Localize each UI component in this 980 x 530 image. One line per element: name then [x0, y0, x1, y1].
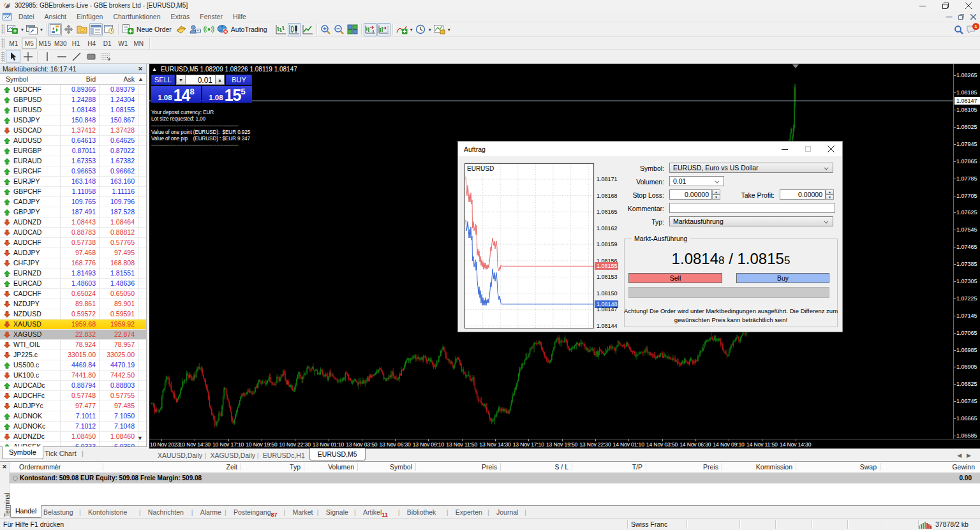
data-window-icon[interactable] [62, 23, 75, 36]
timeframe-H1[interactable]: H1 [68, 38, 84, 49]
take-profit-input[interactable]: 0.00000 [780, 189, 826, 200]
periods-icon[interactable] [414, 23, 427, 36]
one-click-volume-input[interactable]: 0.01 [186, 75, 215, 85]
sell-button[interactable]: Sell [628, 273, 722, 283]
comment-input[interactable] [669, 203, 835, 213]
dropdown-caret-icon[interactable]: ▼ [39, 23, 44, 36]
timeframe-M30[interactable]: M30 [53, 38, 69, 49]
market-watch-row[interactable]: CADJPY109.765109.796 [0, 197, 146, 207]
market-watch-close-icon[interactable]: ✕ [137, 65, 144, 73]
market-watch-row[interactable]: EURNZD1.814931.81551 [0, 269, 146, 279]
strategy-tester-icon[interactable] [103, 23, 116, 36]
dialog-minimize-icon[interactable] [773, 142, 796, 156]
navigator-icon[interactable] [75, 23, 89, 36]
timeframe-W1[interactable]: W1 [115, 38, 131, 49]
new-order-icon[interactable] [121, 23, 135, 36]
terminal-column[interactable]: Volumen [328, 463, 354, 471]
line-chart-mode-icon[interactable] [301, 23, 315, 36]
tab-scroll-arrows-icon[interactable]: ◀▶ [957, 452, 976, 459]
market-watch-row[interactable]: GBPJPY187.491187.528 [0, 207, 146, 217]
timeframe-M15[interactable]: M15 [37, 38, 53, 49]
stop-loss-input[interactable]: 0.00000 [669, 189, 712, 200]
restore-icon[interactable] [934, 0, 957, 11]
tab-tick-chart[interactable]: Tick Chart [45, 450, 77, 457]
terminal-tab[interactable]: Kontohistorie [88, 508, 127, 516]
mdi-restore-icon[interactable] [957, 13, 965, 21]
templates-icon[interactable] [433, 23, 447, 36]
buy-button[interactable]: Buy [736, 273, 829, 283]
one-click-sell-button[interactable]: SELL [151, 75, 175, 85]
timeframe-H4[interactable]: H4 [84, 38, 100, 49]
auto-scroll-icon[interactable] [364, 23, 377, 36]
chart-tab[interactable]: XAUUSD,Daily [158, 452, 202, 459]
menu-ansicht[interactable]: Ansicht [40, 11, 71, 22]
scroll-down-icon[interactable]: ▼ [137, 435, 143, 441]
market-watch-row[interactable]: AUDNZD1.084431.08464 [0, 217, 146, 228]
take-profit-spinner[interactable]: ▲▼ [826, 189, 834, 200]
market-watch-row[interactable]: AUDNOKc7.10127.1048 [0, 422, 146, 432]
market-watch-row[interactable]: US500.c4469.844470.19 [0, 360, 146, 371]
market-watch-row[interactable]: EURJPY163.148163.160 [0, 177, 146, 187]
dropdown-caret-icon[interactable]: ▼ [20, 23, 25, 36]
market-watch-row[interactable]: AUDCHFc0.577480.57755 [0, 391, 146, 401]
market-watch-row[interactable]: XAGUSD22.83222.874 [0, 330, 146, 340]
dialog-close-icon[interactable] [819, 142, 842, 156]
terminal-tab[interactable]: Market [292, 508, 313, 516]
market-watch-row[interactable]: USDCAD1.374121.37428 [0, 126, 146, 136]
market-watch-row[interactable]: GBPUSD1.242881.24304 [0, 95, 146, 105]
menu-extras[interactable]: Extras [166, 11, 195, 22]
market-watch-row[interactable]: WTI_OIL78.92478.957 [0, 340, 146, 350]
tab-symbole[interactable]: Symbole [2, 446, 43, 459]
terminal-tab[interactable]: Artikel11 [363, 508, 388, 518]
autotrading-label[interactable]: AutoTrading [230, 26, 270, 33]
volume-increase-icon[interactable]: ▲ [215, 75, 225, 85]
one-click-sell-price[interactable]: 1.08 14 8 [151, 86, 201, 103]
autotrading-icon[interactable] [216, 23, 230, 36]
market-watch-row[interactable]: XAUUSD1959.681959.92 [0, 320, 146, 330]
one-click-buy-price[interactable]: 1.08 15 5 [202, 86, 252, 103]
spin-up-icon[interactable]: ▲ [712, 189, 720, 195]
fibonacci-tool-icon[interactable] [98, 50, 113, 63]
timeframe-MN[interactable]: MN [131, 38, 147, 49]
terminal-tab[interactable]: Experten [456, 508, 482, 516]
market-watch-row[interactable]: AUDSEK6.93336.9350 [0, 442, 146, 446]
chart-tab[interactable]: EURUSDc,H1 [263, 452, 305, 459]
spin-up-icon[interactable]: ▲ [826, 189, 834, 195]
terminal-tab[interactable]: Nachrichten [148, 508, 184, 516]
spin-down-icon[interactable]: ▼ [712, 195, 720, 200]
indicators-icon[interactable] [395, 23, 409, 36]
dropdown-caret-icon[interactable]: ▼ [427, 23, 433, 36]
market-watch-row[interactable]: NZDUSD0.595720.59591 [0, 309, 146, 320]
symbol-select[interactable]: EURUSD, Euro vs US Dollar▾ [669, 163, 833, 173]
chart-shift-icon[interactable] [377, 23, 390, 36]
trendline-tool-icon[interactable] [69, 50, 84, 63]
terminal-column[interactable]: Zeit [226, 463, 237, 471]
market-watch-row[interactable]: GBPCHF1.110581.11116 [0, 187, 146, 197]
menu-fenster[interactable]: Fenster [195, 11, 228, 22]
signals-icon[interactable] [202, 23, 216, 36]
terminal-column[interactable]: S / L [554, 463, 568, 471]
metaeditor-icon[interactable] [174, 23, 188, 36]
new-order-label[interactable]: Neue Order [135, 26, 174, 33]
terminal-column[interactable]: Preis [703, 463, 718, 471]
terminal-tab[interactable]: Belastung [43, 508, 73, 516]
timeframe-M1[interactable]: M1 [6, 38, 22, 49]
order-dialog-titlebar[interactable]: Auftrag [458, 142, 842, 156]
chart-tab[interactable]: XAGUSD,Daily [210, 452, 255, 459]
time-axis[interactable]: 10 Nov 202310 Nov 14:3010 Nov 17:1010 No… [149, 439, 980, 448]
market-watch-row[interactable]: EURCHF0.966530.96662 [0, 166, 146, 177]
chart-tab-active[interactable]: EURUSD,M5 [309, 448, 366, 460]
market-watch-row[interactable]: JP225.c33015.0033025.00 [0, 350, 146, 360]
expert-advisors-icon[interactable] [188, 23, 202, 36]
search-icon[interactable] [952, 23, 965, 36]
terminal-tab[interactable]: Bibliothek [407, 508, 436, 516]
mdi-minimize-icon[interactable]: — [945, 13, 953, 21]
zoom-out-icon[interactable] [332, 23, 346, 36]
order-type-select[interactable]: Marktausführung▾ [669, 216, 833, 226]
dropdown-caret-icon[interactable]: ▼ [447, 23, 452, 36]
terminal-column[interactable]: Symbol [390, 463, 412, 471]
market-watch-row[interactable]: NZDJPY89.86189.901 [0, 299, 146, 309]
terminal-tab[interactable]: Signale [326, 508, 348, 516]
horizontal-line-tool-icon[interactable] [54, 50, 69, 63]
chart-profiles-icon[interactable] [25, 23, 39, 36]
